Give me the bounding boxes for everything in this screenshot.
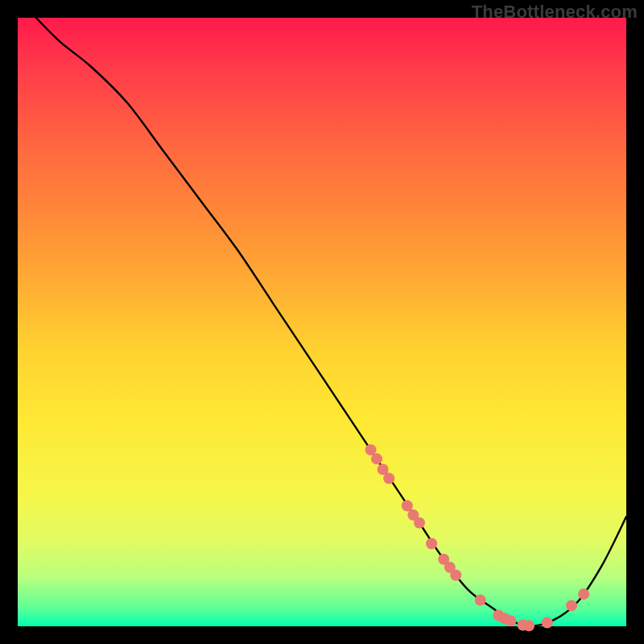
marker-dot xyxy=(578,588,589,600)
marker-dot xyxy=(566,600,577,611)
marker-dot xyxy=(505,615,516,626)
plot-area xyxy=(18,18,626,626)
highlight-points xyxy=(365,444,590,631)
curve-svg xyxy=(18,18,626,626)
marker-dot xyxy=(402,500,413,511)
marker-dot xyxy=(542,617,553,629)
bottleneck-curve xyxy=(36,18,626,626)
marker-dot xyxy=(475,595,486,606)
marker-dot xyxy=(414,518,425,529)
marker-dot xyxy=(371,453,382,464)
chart-frame: TheBottleneck.com xyxy=(0,0,644,644)
marker-dot xyxy=(450,570,461,581)
marker-dot xyxy=(426,538,437,549)
marker-dot xyxy=(523,620,535,631)
marker-dot xyxy=(383,473,394,484)
